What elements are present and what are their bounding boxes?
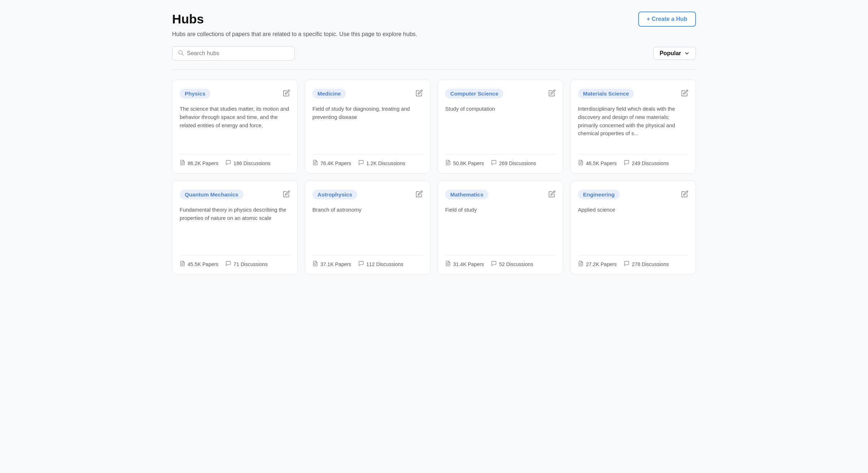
hub-card-computer-science[interactable]: Computer Science Study of computation [438, 80, 563, 173]
discussions-stat: 1.2K Discussions [358, 160, 405, 167]
edit-icon[interactable] [548, 89, 556, 98]
card-top: Medicine [312, 89, 423, 98]
edit-icon[interactable] [548, 190, 556, 199]
papers-stat: 31.4K Papers [445, 261, 484, 268]
chevron-down-icon [684, 50, 690, 56]
hub-badge: Mathematics [445, 190, 488, 199]
hub-badge: Engineering [578, 190, 620, 199]
papers-icon [578, 261, 584, 268]
hub-description: Study of computation [445, 105, 556, 148]
hub-card-engineering[interactable]: Engineering Applied science [570, 181, 696, 274]
search-input[interactable] [187, 50, 289, 57]
edit-icon[interactable] [283, 89, 290, 98]
section-divider [172, 69, 696, 70]
card-footer: 31.4K Papers 52 Discussions [445, 255, 556, 268]
discussions-icon [358, 160, 364, 167]
hub-description: Applied science [578, 206, 688, 249]
papers-stat: 50.8K Papers [445, 160, 484, 167]
hub-badge: Physics [180, 89, 210, 98]
card-footer: 45.5K Papers 71 Discussions [180, 255, 290, 268]
edit-icon[interactable] [681, 89, 688, 98]
hubs-grid: Physics The science that studies matter,… [172, 80, 696, 274]
edit-icon[interactable] [416, 89, 423, 98]
page-subtitle: Hubs are collections of papers that are … [172, 31, 696, 37]
papers-stat: 76.4K Papers [312, 160, 351, 167]
papers-stat: 37.1K Papers [312, 261, 351, 268]
hub-badge: Materials Science [578, 89, 634, 98]
sort-label: Popular [659, 50, 681, 57]
papers-stat: 45.5K Papers [180, 261, 218, 268]
discussions-icon [225, 160, 231, 167]
papers-stat: 27.2K Papers [578, 261, 617, 268]
discussions-icon [624, 261, 630, 268]
search-icon [177, 49, 184, 57]
card-footer: 46.5K Papers 249 Discussions [578, 154, 688, 167]
card-footer: 27.2K Papers 278 Discussions [578, 255, 688, 268]
card-top: Engineering [578, 190, 688, 199]
search-sort-row: Popular [172, 46, 696, 61]
hub-card-quantum-mechanics[interactable]: Quantum Mechanics Fundamental theory in … [172, 181, 298, 274]
discussions-stat: 269 Discussions [491, 160, 536, 167]
edit-icon[interactable] [416, 190, 423, 199]
papers-stat: 46.5K Papers [578, 160, 617, 167]
discussions-icon [225, 261, 231, 268]
card-footer: 50.8K Papers 269 Discussions [445, 154, 556, 167]
hub-badge: Astrophysics [312, 190, 357, 199]
card-top: Quantum Mechanics [180, 190, 290, 199]
papers-icon [445, 160, 451, 167]
hub-card-physics[interactable]: Physics The science that studies matter,… [172, 80, 298, 173]
discussions-icon [358, 261, 364, 268]
card-top: Physics [180, 89, 290, 98]
card-footer: 37.1K Papers 112 Discussions [312, 255, 423, 268]
hub-card-materials-science[interactable]: Materials Science Interdisciplinary fiel… [570, 80, 696, 173]
hub-description: Field of study [445, 206, 556, 249]
edit-icon[interactable] [283, 190, 290, 199]
discussions-stat: 52 Discussions [491, 261, 533, 268]
create-hub-button[interactable]: + Create a Hub [638, 12, 696, 27]
discussions-stat: 112 Discussions [358, 261, 403, 268]
discussions-icon [624, 160, 630, 167]
discussions-stat: 71 Discussions [225, 261, 268, 268]
papers-icon [578, 160, 584, 167]
discussions-stat: 249 Discussions [624, 160, 669, 167]
hub-card-astrophysics[interactable]: Astrophysics Branch of astronomy [305, 181, 430, 274]
card-top: Mathematics [445, 190, 556, 199]
discussions-stat: 186 Discussions [225, 160, 271, 167]
hub-card-medicine[interactable]: Medicine Field of study for diagnosing, … [305, 80, 430, 173]
search-box [172, 46, 295, 61]
hub-description: Interdisciplinary field which deals with… [578, 105, 688, 148]
hub-description: Fundamental theory in physics describing… [180, 206, 290, 249]
card-top: Materials Science [578, 89, 688, 98]
header-row: Hubs + Create a Hub [172, 12, 696, 27]
hub-description: Field of study for diagnosing, treating … [312, 105, 423, 148]
edit-icon[interactable] [681, 190, 688, 199]
page-title: Hubs [172, 12, 204, 26]
hub-description: The science that studies matter, its mot… [180, 105, 290, 148]
card-footer: 86.2K Papers 186 Discussions [180, 154, 290, 167]
hub-badge: Computer Science [445, 89, 503, 98]
hub-badge: Quantum Mechanics [180, 190, 244, 199]
discussions-icon [491, 160, 497, 167]
card-top: Astrophysics [312, 190, 423, 199]
card-top: Computer Science [445, 89, 556, 98]
papers-icon [312, 160, 318, 167]
card-footer: 76.4K Papers 1.2K Discussions [312, 154, 423, 167]
papers-icon [312, 261, 318, 268]
hub-badge: Medicine [312, 89, 346, 98]
papers-icon [445, 261, 451, 268]
papers-icon [180, 261, 185, 268]
hub-description: Branch of astronomy [312, 206, 423, 249]
discussions-stat: 278 Discussions [624, 261, 669, 268]
sort-dropdown[interactable]: Popular [653, 47, 696, 60]
svg-line-1 [182, 54, 183, 55]
papers-stat: 86.2K Papers [180, 160, 218, 167]
discussions-icon [491, 261, 497, 268]
page-container: Hubs + Create a Hub Hubs are collections… [163, 0, 705, 286]
papers-icon [180, 160, 185, 167]
hub-card-mathematics[interactable]: Mathematics Field of study [438, 181, 563, 274]
